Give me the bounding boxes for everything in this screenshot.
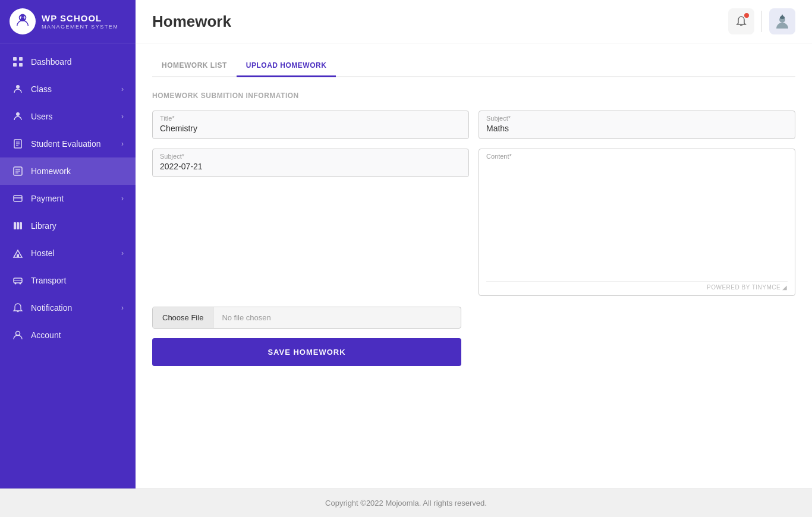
sidebar-item-label: Account	[31, 330, 61, 340]
class-icon	[12, 83, 24, 95]
tab-homework-list[interactable]: HOMEWORK LIST	[152, 55, 237, 77]
sidebar-item-notification[interactable]: Notification ›	[0, 294, 136, 321]
sidebar-item-homework[interactable]: Homework	[0, 157, 136, 185]
svg-rect-20	[14, 222, 16, 229]
sidebar-item-label: Payment	[31, 194, 64, 203]
brand-title: WP SCHOOL	[42, 13, 118, 24]
file-row: Choose File No file chosen	[152, 307, 461, 329]
sidebar-item-label: Library	[31, 221, 56, 231]
sidebar-item-class[interactable]: Class ›	[0, 75, 136, 103]
notification-icon	[12, 302, 24, 314]
svg-point-9	[16, 112, 20, 116]
logo-text: WP SCHOOL MANAGEMENT SYSTEM	[42, 13, 118, 30]
users-icon	[12, 111, 24, 122]
chevron-right-icon: ›	[121, 112, 124, 121]
content-field: Content*POWERED BY TINYMCE ◢	[479, 149, 795, 296]
sidebar-item-label: Users	[31, 112, 53, 121]
sidebar-item-student-evaluation[interactable]: Student Evaluation ›	[0, 130, 136, 157]
footer-text: Copyright ©2022 Mojoomla. All rights res…	[325, 499, 487, 507]
logo: WP SCHOOL MANAGEMENT SYSTEM	[0, 0, 136, 43]
top-bar: Homework	[136, 0, 812, 43]
hostel-icon	[12, 247, 24, 259]
file-name-display: No file chosen	[213, 307, 461, 328]
sidebar-item-dashboard[interactable]: Dashboard	[0, 48, 136, 75]
title-input[interactable]	[160, 124, 461, 133]
svg-rect-3	[21, 18, 24, 20]
library-icon	[12, 220, 24, 232]
svg-point-25	[15, 283, 17, 285]
title-field: Title*	[152, 111, 469, 139]
chevron-right-icon: ›	[121, 85, 124, 93]
svg-rect-18	[14, 196, 22, 201]
homework-icon	[12, 165, 24, 177]
sidebar-item-label: Notification	[31, 303, 72, 313]
content-label: Content*	[486, 153, 788, 160]
sidebar-item-library[interactable]: Library	[0, 212, 136, 239]
content-area: HOMEWORK LIST UPLOAD HOMEWORK HOMEWORK S…	[136, 43, 812, 488]
file-input-wrapper: Choose File No file chosen	[152, 307, 461, 329]
brand-subtitle: MANAGEMENT SYSTEM	[42, 24, 118, 30]
sidebar-item-account[interactable]: Account	[0, 321, 136, 349]
svg-point-26	[20, 283, 21, 285]
sidebar-item-payment[interactable]: Payment ›	[0, 185, 136, 212]
form-grid: Title*Subject*Subject*Content*POWERED BY…	[152, 111, 795, 296]
footer: Copyright ©2022 Mojoomla. All rights res…	[0, 488, 812, 517]
account-icon	[12, 329, 24, 341]
tabs: HOMEWORK LIST UPLOAD HOMEWORK	[152, 55, 795, 77]
sidebar-item-label: Homework	[31, 166, 71, 176]
date-label: Subject*	[160, 153, 461, 160]
content-textarea[interactable]	[486, 162, 788, 281]
sidebar-item-label: Dashboard	[31, 57, 72, 67]
logo-icon	[10, 8, 36, 34]
sidebar-item-label: Student Evaluation	[31, 139, 101, 149]
header-divider	[761, 11, 762, 32]
sidebar-item-hostel[interactable]: Hostel ›	[0, 239, 136, 267]
svg-rect-22	[20, 222, 22, 229]
sidebar-item-users[interactable]: Users ›	[0, 103, 136, 130]
sidebar: WP SCHOOL MANAGEMENT SYSTEM Dashboard	[0, 0, 136, 488]
chevron-right-icon: ›	[121, 249, 124, 257]
payment-icon	[12, 193, 24, 204]
sidebar-item-label: Transport	[31, 276, 66, 285]
date-input[interactable]	[160, 162, 461, 171]
svg-marker-33	[780, 14, 785, 18]
save-homework-button[interactable]: SAVE HOMEWORK	[152, 338, 461, 366]
dashboard-icon	[12, 56, 24, 68]
transport-icon	[12, 275, 24, 286]
subject-input[interactable]	[486, 124, 788, 133]
section-label: HOMEWORK SUBMITION INFORMATION	[152, 92, 795, 100]
svg-rect-4	[13, 57, 17, 61]
svg-rect-5	[19, 57, 23, 61]
svg-rect-21	[17, 222, 19, 229]
tinymce-label: POWERED BY TINYMCE ◢	[486, 281, 788, 291]
svg-rect-7	[19, 63, 23, 67]
evaluation-icon	[12, 138, 24, 150]
chevron-right-icon: ›	[121, 140, 124, 148]
chevron-right-icon: ›	[121, 304, 124, 312]
svg-rect-6	[13, 63, 17, 67]
sidebar-item-transport[interactable]: Transport	[0, 267, 136, 294]
notification-badge	[744, 13, 749, 18]
date-field: Subject*	[152, 149, 469, 177]
subject-label: Subject*	[486, 115, 788, 122]
choose-file-button[interactable]: Choose File	[153, 307, 213, 328]
page-title: Homework	[152, 12, 231, 31]
sidebar-item-label: Class	[31, 84, 52, 94]
main-content: Homework	[136, 0, 812, 488]
sidebar-item-label: Hostel	[31, 248, 55, 258]
subject-field: Subject*	[479, 111, 795, 139]
avatar-icon	[774, 13, 791, 30]
chevron-right-icon: ›	[121, 194, 124, 203]
svg-point-8	[16, 85, 20, 89]
user-avatar[interactable]	[769, 8, 795, 34]
sidebar-nav: Dashboard Class › Users	[0, 43, 136, 488]
header-actions	[728, 8, 795, 34]
svg-rect-23	[17, 254, 19, 257]
notification-button[interactable]	[728, 8, 754, 34]
tab-upload-homework[interactable]: UPLOAD HOMEWORK	[237, 55, 336, 77]
title-label: Title*	[160, 115, 461, 122]
